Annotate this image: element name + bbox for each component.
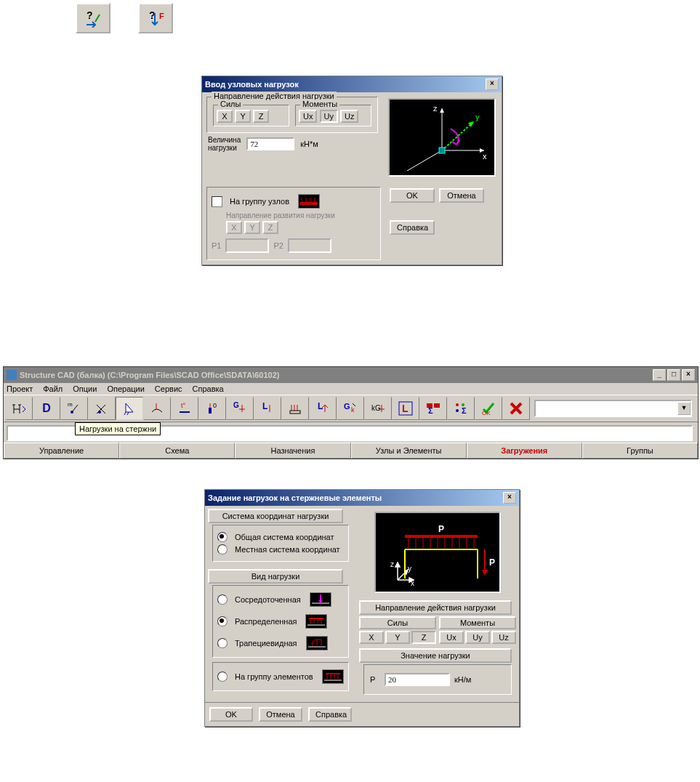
dev-x-button: X [226, 221, 242, 234]
concentrated-radio[interactable] [217, 594, 228, 605]
bar-force-z-button[interactable]: Z [411, 631, 436, 644]
tool-19[interactable] [502, 397, 530, 420]
bar-help-button[interactable]: Справка [308, 707, 352, 722]
bar-value-header[interactable]: Значение нагрузки [359, 648, 512, 663]
force-x-button[interactable]: X [217, 110, 233, 123]
tab-scheme[interactable]: Схема [119, 443, 235, 459]
tool-12[interactable]: L [309, 397, 337, 420]
tool-rod-loads[interactable] [116, 397, 143, 420]
tab-control[interactable]: Управление [4, 443, 119, 459]
svg-text:x: x [411, 579, 414, 587]
node-group-checkbox[interactable] [212, 196, 222, 207]
menu-operations[interactable]: Операции [107, 384, 144, 393]
bar-direction-header[interactable]: Направление действия нагрузки [359, 600, 512, 615]
tool-11[interactable] [281, 397, 309, 420]
p-value-input[interactable] [385, 673, 450, 686]
chevron-down-icon[interactable]: ▼ [677, 402, 691, 415]
force-y-button[interactable]: Y [235, 110, 251, 123]
bar-moment-uz-button[interactable]: Uz [491, 631, 516, 644]
moment-ux-button[interactable]: Ux [299, 110, 317, 123]
bar-force-x-button[interactable]: X [359, 631, 384, 644]
svg-line-20 [72, 405, 78, 412]
minimize-icon[interactable]: _ [653, 369, 666, 381]
bar-forces-header[interactable]: Силы [359, 616, 436, 629]
trapezoidal-label: Трапециевидная [235, 639, 297, 648]
tool-02[interactable]: D [33, 397, 60, 420]
tool-03[interactable]: m [60, 397, 88, 420]
menu-project[interactable]: Проект [7, 384, 33, 393]
tab-nodes-elements[interactable]: Узлы и Элементы [351, 443, 467, 459]
svg-text:z: z [433, 104, 438, 113]
help-arrow-icon[interactable]: ? [76, 3, 110, 33]
local-coord-radio[interactable] [217, 544, 228, 555]
distributed-label: Распределенная [235, 617, 297, 626]
distributed-radio[interactable] [217, 616, 228, 626]
bar-moment-ux-button[interactable]: Ux [439, 631, 464, 644]
tool-17[interactable]: Σ [447, 397, 475, 420]
moment-uz-button[interactable]: Uz [340, 110, 358, 123]
global-coord-label: Общая система координат [235, 533, 334, 541]
menu-options[interactable]: Опции [73, 384, 97, 393]
bar-moments-header[interactable]: Моменты [439, 616, 516, 629]
menu-service[interactable]: Сервис [155, 384, 182, 393]
trapezoidal-radio[interactable] [217, 638, 228, 648]
magnitude-unit: кН*м [300, 140, 318, 148]
bar-moment-uy-button[interactable]: Uy [465, 631, 490, 644]
help-f-icon[interactable]: ? F [138, 3, 173, 33]
svg-text:0: 0 [213, 402, 217, 409]
tab-assignments[interactable]: Назначения [235, 443, 350, 459]
element-group-label: На группу элементов [235, 672, 313, 681]
element-group-radio[interactable] [217, 672, 228, 682]
menubar: Проект Файл Опции Операции Сервис Справк… [4, 383, 698, 395]
tool-04[interactable] [88, 397, 116, 420]
tool-08[interactable]: 0 [198, 397, 226, 420]
concentrated-label: Сосредоточенная [235, 595, 301, 604]
loadtype-header[interactable]: Вид нагрузки [208, 569, 343, 584]
tool-13[interactable]: Gk [337, 397, 364, 420]
ok-button[interactable]: OK [390, 188, 435, 203]
tool-14[interactable]: kG [364, 397, 392, 420]
p2-label: P2 [273, 241, 283, 250]
svg-text:L: L [402, 403, 409, 414]
element-group-icon [322, 669, 344, 684]
bar-force-y-button[interactable]: Y [385, 631, 410, 644]
close-icon[interactable]: × [682, 369, 695, 381]
tool-10[interactable]: L [254, 397, 281, 420]
force-z-button[interactable]: Z [253, 110, 269, 123]
coordsys-header[interactable]: Система координат нагрузки [208, 509, 343, 523]
tab-loadings[interactable]: Загружения [467, 443, 582, 459]
tool-15[interactable]: L [392, 397, 419, 420]
tool-01[interactable] [5, 397, 33, 420]
bar-ok-button[interactable]: OK [209, 707, 253, 722]
global-coord-radio[interactable] [217, 532, 228, 542]
tool-18[interactable]: OK [475, 397, 502, 420]
maximize-icon[interactable]: □ [667, 369, 680, 381]
nodal-load-dialog: Ввод узловых нагрузок × Направление дейс… [201, 76, 502, 265]
menu-help[interactable]: Справка [193, 384, 224, 393]
svg-text:t°: t° [181, 402, 186, 409]
svg-text:x: x [483, 152, 487, 161]
svg-text:P: P [438, 524, 444, 534]
svg-text:P: P [489, 557, 495, 568]
svg-text:L: L [262, 401, 267, 411]
svg-marker-7 [440, 108, 444, 113]
tool-16[interactable]: Σ [419, 397, 447, 420]
menu-file[interactable]: Файл [43, 384, 63, 393]
tool-09[interactable]: G [226, 397, 254, 420]
tab-bar: Управление Схема Назначения Узлы и Элеме… [4, 443, 698, 459]
tool-06[interactable] [143, 397, 171, 420]
close-icon[interactable]: × [503, 492, 516, 504]
cancel-button[interactable]: Отмена [439, 188, 484, 203]
help-button[interactable]: Справка [390, 220, 435, 235]
p1-input [225, 238, 269, 253]
tab-groups[interactable]: Группы [582, 443, 698, 459]
magnitude-input[interactable] [246, 137, 294, 150]
node-group-label: На группу узлов [230, 197, 289, 206]
bar-cancel-button[interactable]: Отмена [259, 707, 302, 722]
tool-07[interactable]: t° [171, 397, 198, 420]
close-icon[interactable]: × [486, 78, 499, 90]
app-titlebar: Structure CAD (балка) (C:\Program Files\… [4, 367, 698, 383]
dev-z-button: Z [262, 221, 278, 234]
moment-uy-button[interactable]: Uy [320, 110, 338, 123]
svg-marker-11 [468, 121, 474, 127]
